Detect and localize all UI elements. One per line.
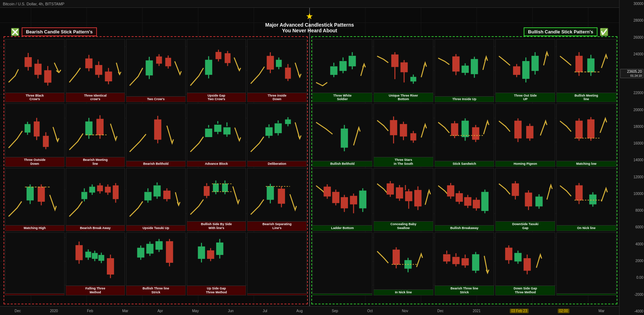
price-0: 0.00	[620, 276, 643, 279]
svg-rect-321	[576, 185, 583, 200]
svg-rect-269	[324, 187, 331, 196]
time-sep: Sep	[332, 309, 338, 313]
price-10000: 10000	[620, 192, 643, 196]
bearish-check-icon: ❎	[11, 28, 20, 36]
time-apr: Apr	[157, 309, 163, 313]
pattern-downside-gap-three-method: Down Side GapThree Method	[495, 232, 555, 295]
pattern-homing-pigeon: Homing Pigeon	[495, 103, 555, 167]
pattern-bearish-belthold: Bearish Belthold	[126, 103, 186, 167]
svg-rect-341	[462, 259, 469, 265]
svg-rect-224	[532, 56, 539, 71]
time-oct: Oct	[367, 309, 373, 313]
svg-rect-221	[523, 61, 529, 78]
pattern-bullish-belthold: Bullish Belthold	[312, 103, 372, 167]
time-jun: Jun	[228, 309, 234, 313]
svg-rect-94	[224, 128, 230, 134]
pattern-three-outside-down: Three OutsideDown	[5, 103, 65, 167]
pattern-label: Bearish Break Away	[66, 225, 125, 231]
svg-rect-100	[275, 124, 282, 133]
pattern-bullish-empty-1	[312, 232, 372, 295]
pattern-concealing-baby-swallow: Concealing BabySwallow	[373, 168, 433, 231]
bullish-check-icon: ✅	[600, 28, 608, 36]
svg-rect-294	[415, 190, 421, 206]
time-feb: Feb	[87, 309, 93, 313]
pattern-label: Upside GapTwo Crow's	[187, 93, 246, 102]
pattern-label: Bullish Three lineStrick	[126, 286, 185, 295]
time-nov: Nov	[402, 309, 408, 313]
pattern-three-black-crows: Three BlackCrow's	[5, 39, 65, 102]
price-16000: 16000	[620, 141, 643, 145]
pattern-upside-gap-three-method: Up Side GapThree Method	[187, 232, 246, 295]
svg-rect-206	[411, 77, 416, 81]
pattern-label: On Nick line	[557, 225, 616, 231]
svg-rect-143	[222, 184, 228, 191]
svg-rect-173	[147, 244, 153, 253]
svg-rect-281	[360, 191, 366, 208]
svg-rect-350	[524, 259, 531, 270]
svg-rect-259	[526, 126, 533, 138]
pattern-label: Bullish Belthold	[313, 161, 372, 167]
svg-rect-125	[113, 185, 118, 199]
time-mar2: Mar	[599, 309, 605, 313]
svg-rect-151	[278, 189, 285, 203]
chart-container: Bitcoin / U.S. Dollar, 4h, BITSTAMP	[0, 0, 644, 315]
pattern-label	[247, 293, 306, 295]
pattern-label	[5, 293, 64, 295]
svg-rect-194	[340, 61, 346, 71]
svg-rect-128	[145, 192, 151, 200]
svg-rect-328	[393, 250, 400, 264]
svg-rect-66	[285, 68, 291, 78]
svg-rect-75	[43, 136, 49, 147]
svg-rect-24	[25, 58, 31, 67]
pattern-label: Down Side GapThree Method	[496, 286, 555, 295]
pattern-label: Advance Block	[187, 161, 246, 167]
pattern-label: Unique Three RiverBottom	[374, 93, 433, 102]
svg-rect-284	[387, 184, 394, 194]
svg-rect-303	[464, 197, 471, 205]
pattern-three-identical-crows: Three Identicalcrow's	[66, 39, 125, 102]
pattern-label: DownSide TasukiGap	[496, 221, 555, 231]
price-axis: 30000 28000 26000 24000 23605.2001:24:10…	[619, 0, 644, 315]
svg-rect-256	[515, 121, 522, 138]
svg-rect-287	[396, 188, 403, 198]
svg-rect-134	[164, 191, 170, 199]
pattern-label: Three OutsideDown	[5, 157, 64, 167]
pattern-label: Bearish SeparatingLine's	[247, 221, 306, 231]
pattern-label: Bearish Meetingline	[66, 157, 125, 167]
svg-rect-57	[225, 54, 230, 63]
pattern-deliberation: Deliberation	[247, 103, 307, 167]
svg-rect-88	[205, 129, 212, 137]
pattern-label: Ladder Bottom	[313, 225, 372, 231]
svg-rect-353	[515, 253, 522, 261]
pattern-bullish-three-line-strike: Bullish Three lineStrick	[126, 232, 186, 295]
pattern-empty-1	[5, 232, 65, 295]
svg-rect-234	[341, 129, 348, 147]
pattern-label: Falling ThreeMethod	[66, 286, 125, 295]
top-bar: Bitcoin / U.S. Dollar, 4h, BITSTAMP	[0, 0, 644, 8]
price-2000: 2000	[620, 259, 643, 263]
price-26000: 26000	[620, 36, 643, 39]
svg-rect-36	[95, 65, 102, 75]
svg-rect-306	[473, 200, 480, 208]
svg-rect-109	[38, 187, 44, 201]
svg-rect-69	[25, 125, 30, 132]
svg-rect-249	[462, 121, 469, 137]
pattern-bearish-three-line-strike: Bearish Three lineStrick	[435, 232, 495, 295]
pattern-bullish-meeting-line: Bullish Meetingline	[556, 39, 616, 102]
svg-rect-209	[453, 57, 459, 71]
time-2020: 2020	[50, 309, 58, 313]
pattern-ladder-bottom: Ladder Bottom	[312, 168, 372, 231]
pattern-label: Stick Sandwich	[435, 161, 494, 167]
svg-rect-45	[157, 57, 162, 63]
pattern-label	[313, 293, 372, 295]
svg-rect-72	[34, 122, 39, 136]
pattern-matching-high: Matching High	[5, 168, 65, 231]
svg-rect-191	[331, 67, 337, 75]
pattern-falling-three-method: Falling ThreeMethod	[66, 232, 125, 295]
svg-rect-164	[99, 255, 104, 261]
svg-rect-116	[89, 187, 95, 192]
svg-rect-278	[350, 196, 357, 204]
price-6000: 6000	[620, 225, 643, 229]
svg-rect-42	[146, 61, 152, 75]
pattern-label: Bullish Breakaway	[435, 225, 494, 231]
